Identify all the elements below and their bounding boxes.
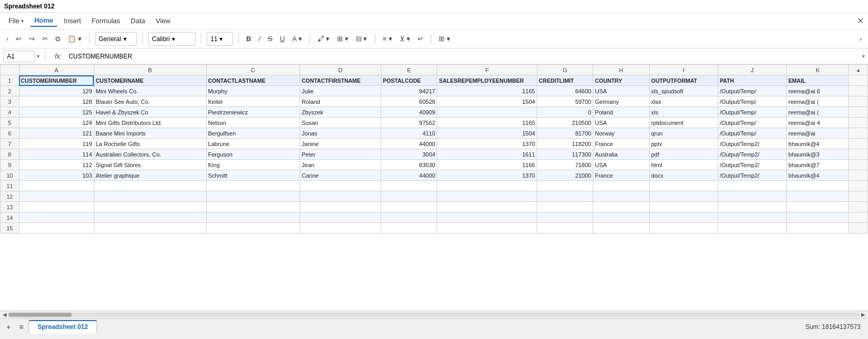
highlight-button[interactable]: 🖍 ▾ — [315, 34, 332, 44]
close-button[interactable]: ✕ — [857, 16, 864, 26]
table-row[interactable]: 1370 — [437, 170, 537, 181]
table-row[interactable]: Atelier graphique — [94, 170, 206, 181]
horizontal-scrollbar[interactable]: ◀ ▶ — [0, 311, 868, 318]
table-row[interactable] — [381, 212, 437, 223]
table-row[interactable]: CONTACTLASTNAME — [206, 75, 300, 86]
table-row[interactable] — [437, 202, 537, 212]
table-row[interactable] — [718, 191, 786, 202]
table-row[interactable] — [593, 212, 650, 223]
table-row[interactable]: docx — [649, 170, 718, 181]
table-row[interactable]: bhaumik@4 — [787, 139, 849, 149]
table-row[interactable] — [206, 191, 300, 202]
nav-forward-button[interactable]: › — [857, 34, 864, 44]
row-header-11[interactable]: 11 — [1, 181, 20, 191]
sheet-menu-button[interactable]: ≡ — [16, 322, 26, 332]
scrollbar-track[interactable] — [8, 313, 860, 317]
table-row[interactable]: /Output/Temp/ — [718, 107, 786, 118]
font-dropdown[interactable]: Calibri ▾ — [148, 32, 196, 46]
table-row[interactable] — [94, 223, 206, 234]
table-row[interactable] — [649, 181, 718, 191]
table-row[interactable] — [787, 191, 849, 202]
table-row[interactable]: Mini Gifts Distributors Ltd. — [94, 118, 206, 128]
table-row[interactable]: reema@ai ( — [787, 96, 849, 107]
table-row[interactable]: 1504 — [437, 128, 537, 139]
table-row[interactable] — [206, 181, 300, 191]
underline-button[interactable]: U — [278, 34, 287, 44]
undo-button[interactable]: ↩ — [14, 34, 24, 44]
table-row[interactable]: 1611 — [437, 149, 537, 160]
table-row[interactable]: Ferguson — [206, 149, 300, 160]
wrap-button[interactable]: ↵ — [416, 34, 426, 44]
cell-reference[interactable]: A1 — [3, 51, 35, 62]
table-row[interactable]: xls — [649, 107, 718, 118]
borders-button[interactable]: ⊞ ▾ — [335, 34, 351, 44]
scroll-left-button[interactable]: ◀ — [1, 312, 8, 317]
table-row[interactable]: 44000 — [381, 139, 437, 149]
table-row[interactable]: Carine — [300, 170, 381, 181]
table-row[interactable]: EMAIL — [787, 75, 849, 86]
table-row[interactable] — [437, 181, 537, 191]
formula-bar-chevron[interactable]: ▾ — [862, 53, 865, 59]
table-row[interactable]: 121 — [19, 128, 94, 139]
table-button[interactable]: ⊞ ▾ — [437, 34, 452, 44]
table-row[interactable] — [437, 212, 537, 223]
table-row[interactable]: Julie — [300, 86, 381, 96]
scroll-right-button[interactable]: ▶ — [860, 312, 867, 317]
table-row[interactable]: /Output/Temp2/ — [718, 160, 786, 170]
table-row[interactable]: 44000 — [381, 170, 437, 181]
table-row[interactable]: /Output/Temp2/ — [718, 139, 786, 149]
scrollbar-thumb[interactable] — [8, 313, 72, 317]
table-row[interactable]: Schmitt — [206, 170, 300, 181]
table-row[interactable] — [437, 223, 537, 234]
table-row[interactable]: USA — [593, 118, 650, 128]
merge-button[interactable]: ⊟ ▾ — [354, 34, 370, 44]
table-row[interactable] — [593, 223, 650, 234]
table-row[interactable] — [537, 191, 593, 202]
menu-home[interactable]: Home — [30, 15, 57, 27]
font-color-button[interactable]: A ▾ — [290, 34, 304, 44]
formula-input[interactable] — [66, 52, 860, 61]
table-row[interactable]: /Output/Temp2/ — [718, 149, 786, 160]
table-row[interactable]: 114 — [19, 149, 94, 160]
table-row[interactable]: Murphy — [206, 86, 300, 96]
row-header-5[interactable]: 5 — [1, 118, 20, 128]
table-row[interactable]: bhaumik@3 — [787, 149, 849, 160]
copy-button[interactable]: ⧉ — [53, 34, 62, 44]
menu-formulas[interactable]: Formulas — [88, 15, 124, 26]
table-row[interactable]: rptdocument — [649, 118, 718, 128]
table-row[interactable]: bhaumik@4 — [787, 170, 849, 181]
table-row[interactable]: reema@ai 4 — [787, 118, 849, 128]
col-header-A[interactable]: A — [19, 65, 94, 75]
table-row[interactable]: 210500 — [537, 118, 593, 128]
table-row[interactable]: 1370 — [437, 139, 537, 149]
table-row[interactable]: La Rochelle Gifts — [94, 139, 206, 149]
row-header-3[interactable]: 3 — [1, 96, 20, 107]
table-row[interactable] — [718, 181, 786, 191]
table-row[interactable]: 125 — [19, 107, 94, 118]
table-row[interactable]: /Output/Temp/ — [718, 128, 786, 139]
table-row[interactable] — [787, 181, 849, 191]
table-row[interactable]: 83030 — [381, 160, 437, 170]
italic-button[interactable]: / — [256, 34, 263, 44]
col-header-F[interactable]: F — [437, 65, 537, 75]
table-row[interactable]: Signal Gift Stores — [94, 160, 206, 170]
table-row[interactable]: /Output/Temp/ — [718, 86, 786, 96]
table-row[interactable]: Mini Wheels Co. — [94, 86, 206, 96]
table-row[interactable] — [300, 202, 381, 212]
table-row[interactable]: pdf — [649, 149, 718, 160]
table-row[interactable] — [787, 223, 849, 234]
table-row[interactable] — [19, 212, 94, 223]
table-row[interactable]: Keitel — [206, 96, 300, 107]
row-header-4[interactable]: 4 — [1, 107, 20, 118]
table-row[interactable] — [94, 212, 206, 223]
table-row[interactable]: 60528 — [381, 96, 437, 107]
cut-button[interactable]: ✂ — [40, 34, 50, 44]
col-header-B[interactable]: B — [94, 65, 206, 75]
table-row[interactable] — [593, 181, 650, 191]
table-row[interactable] — [787, 202, 849, 212]
table-row[interactable]: Australian Collectors, Co. — [94, 149, 206, 160]
table-row[interactable] — [649, 202, 718, 212]
table-row[interactable]: 1166 — [437, 160, 537, 170]
table-row[interactable]: CUSTOMERNUMBER — [19, 75, 94, 86]
bold-button[interactable]: B — [244, 34, 253, 44]
